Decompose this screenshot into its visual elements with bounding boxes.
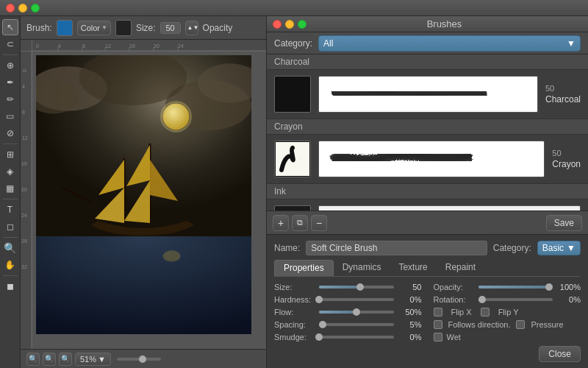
- canvas-viewport[interactable]: [32, 52, 266, 349]
- add-brush-button[interactable]: +: [273, 215, 289, 231]
- clone-icon: ⊘: [7, 128, 14, 138]
- duplicate-brush-button[interactable]: ⧉: [292, 215, 308, 231]
- size-stepper[interactable]: ▲▼: [185, 21, 198, 35]
- tool-divider-5: [3, 275, 18, 276]
- size-slider[interactable]: [319, 286, 394, 289]
- duplicate-icon: ⧉: [297, 218, 303, 227]
- svg-text:24: 24: [178, 43, 184, 49]
- zoom-in-button[interactable]: 🔍: [59, 353, 72, 366]
- tab-dynamics[interactable]: Dynamics: [334, 260, 390, 276]
- window-minimize-button[interactable]: [18, 4, 27, 13]
- tool-fill[interactable]: ◈: [2, 163, 18, 180]
- tool-eraser[interactable]: ▭: [2, 108, 18, 124]
- rotation-label: Rotation:: [434, 295, 474, 304]
- tab-texture[interactable]: Texture: [390, 260, 436, 276]
- brush-name-input[interactable]: [306, 241, 487, 255]
- hand-icon: ✋: [4, 260, 15, 270]
- smudge-value: 0%: [398, 333, 422, 342]
- brush-list[interactable]: Charcoal: [267, 54, 588, 210]
- window-close-button[interactable]: [6, 4, 15, 13]
- follows-checkbox[interactable]: [434, 320, 442, 329]
- zoom-value: 51%: [80, 355, 96, 364]
- zoom-slider-thumb[interactable]: [139, 355, 146, 363]
- wet-checkbox[interactable]: [434, 333, 442, 342]
- ink-brush-item[interactable]: [267, 199, 588, 210]
- size-stepper-arrows: ▲▼: [187, 25, 199, 31]
- tab-repaint[interactable]: Repaint: [437, 260, 484, 276]
- charcoal-thumb: [274, 76, 311, 113]
- tool-pointer[interactable]: ↖: [2, 19, 18, 35]
- tool-eyedropper[interactable]: ✒: [2, 74, 18, 91]
- flipx-checkbox[interactable]: [434, 308, 442, 316]
- zoom-out-button[interactable]: 🔍: [26, 353, 40, 366]
- size-input[interactable]: [160, 22, 181, 34]
- crayon-label: Crayon: [274, 121, 303, 132]
- smudge-slider-thumb[interactable]: [315, 333, 323, 341]
- smudge-slider[interactable]: [319, 336, 394, 339]
- opacity-slider-thumb[interactable]: [545, 283, 553, 291]
- size-slider-thumb[interactable]: [356, 283, 364, 291]
- tool-shape[interactable]: ◻: [2, 219, 18, 235]
- tab-properties[interactable]: Properties: [274, 260, 334, 276]
- flow-slider-fill: [319, 311, 356, 314]
- flow-slider[interactable]: [319, 311, 394, 314]
- crayon-brush-item[interactable]: 50 Crayon: [267, 135, 588, 184]
- zoom-slider[interactable]: [117, 358, 161, 361]
- tool-brush[interactable]: ✏: [2, 91, 18, 107]
- charcoal-brush-item[interactable]: 50 Charcoal: [267, 70, 588, 119]
- tool-gradient[interactable]: ▦: [2, 180, 18, 197]
- ink-preview: [318, 205, 581, 210]
- opacity-slider[interactable]: [478, 286, 553, 289]
- rotation-slider[interactable]: [478, 298, 553, 301]
- tool-zoom[interactable]: 🔍: [2, 240, 18, 256]
- tool-transform[interactable]: ⊞: [2, 146, 18, 163]
- tool-clone[interactable]: ⊘: [2, 125, 18, 141]
- delete-brush-button[interactable]: −: [311, 215, 327, 231]
- hardness-slider-thumb[interactable]: [315, 296, 323, 303]
- ink-label: Ink: [274, 186, 286, 197]
- save-brush-button[interactable]: Save: [546, 215, 582, 231]
- category-select[interactable]: All ▼: [318, 35, 581, 52]
- flow-row: Flow: 50%: [274, 308, 422, 316]
- ruler-corner: [21, 40, 32, 52]
- spacing-row: Spacing: 5%: [274, 320, 422, 329]
- window-maximize-button[interactable]: [31, 4, 40, 13]
- size-row: Size: 50: [274, 283, 422, 291]
- tool-fgbg[interactable]: ◼: [2, 278, 18, 294]
- brushes-titlebar: Brushes: [267, 16, 588, 32]
- tool-text[interactable]: T: [2, 202, 18, 218]
- tool-crop[interactable]: ⊕: [2, 57, 18, 74]
- name-label: Name:: [274, 243, 300, 253]
- close-button[interactable]: Close: [539, 346, 581, 362]
- brush-color-swatch[interactable]: [57, 20, 73, 36]
- color-select[interactable]: Color ▼: [77, 21, 111, 35]
- flow-slider-thumb[interactable]: [353, 308, 360, 316]
- hardness-slider[interactable]: [319, 298, 394, 301]
- hardness-row: Hardness: 0%: [274, 295, 422, 304]
- category-label: Category:: [274, 38, 312, 49]
- brushes-close-button[interactable]: [273, 20, 282, 29]
- rotation-row: Rotation: 0%: [434, 295, 581, 304]
- spacing-value: 5%: [398, 320, 422, 329]
- fill-icon: ◈: [7, 166, 13, 177]
- spacing-slider[interactable]: [319, 323, 394, 326]
- follows-label: Follows direction.: [448, 320, 511, 329]
- rotation-slider-thumb[interactable]: [478, 296, 486, 303]
- size-label: Size:: [136, 23, 156, 33]
- brushes-panel: Brushes Category: All ▼ Charcoal: [267, 16, 588, 368]
- svg-text:16: 16: [129, 43, 135, 49]
- crop-icon: ⊕: [7, 60, 14, 71]
- brushes-minimize-button[interactable]: [285, 20, 294, 29]
- fgbg-icon: ◼: [7, 281, 14, 291]
- brush-category-select[interactable]: Basic ▼: [537, 241, 581, 255]
- zoom-display[interactable]: 51% ▼: [75, 353, 111, 366]
- tool-sidebar: ↖ ⊂ ⊕ ✒ ✏ ▭ ⊘ ⊞ ◈ ▦ T: [0, 16, 21, 368]
- zoom-reset-button[interactable]: 🔍: [43, 353, 56, 366]
- spacing-slider-thumb[interactable]: [319, 321, 326, 328]
- brushes-maximize-button[interactable]: [298, 20, 306, 29]
- tool-hand[interactable]: ✋: [2, 257, 18, 273]
- tool-lasso[interactable]: ⊂: [2, 36, 18, 52]
- flipy-checkbox[interactable]: [481, 308, 490, 316]
- brush-icon: ✏: [7, 94, 14, 105]
- pressure-checkbox[interactable]: [516, 320, 525, 329]
